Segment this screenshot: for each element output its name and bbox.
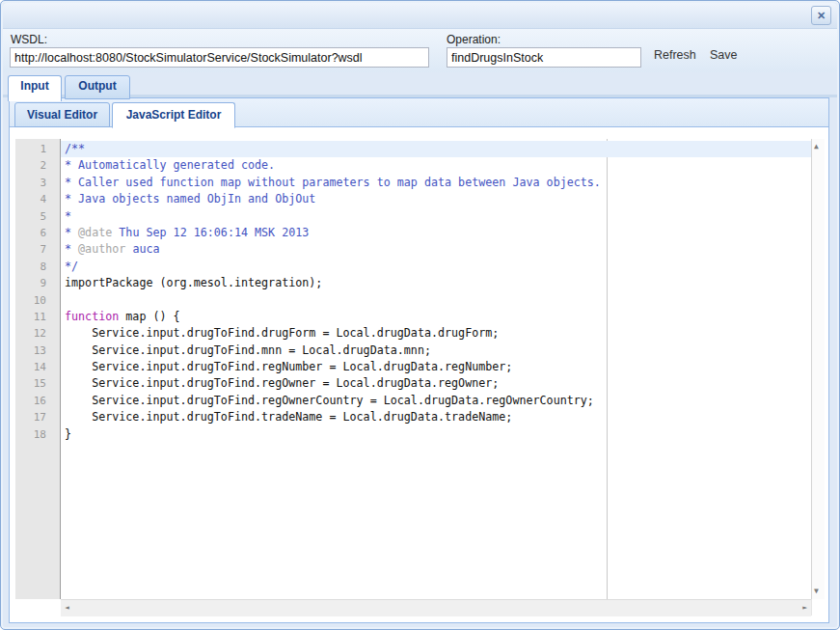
code-line[interactable]: * @author auca (61, 241, 817, 258)
line-number: 9 (15, 275, 60, 291)
operation-input[interactable] (447, 47, 641, 68)
code-line[interactable]: * Automatically generated code. (61, 157, 817, 174)
editor-tabbar: Visual Editor JavaScript Editor (10, 98, 828, 127)
code-line[interactable]: Service.input.drugToFind.regNumber = Loc… (61, 359, 817, 375)
code-line[interactable]: * @date Thu Sep 12 16:06:14 MSK 2013 (61, 225, 817, 241)
tab-output[interactable]: Output (65, 75, 130, 99)
code-line[interactable]: * Caller used function map without param… (61, 175, 817, 191)
close-icon: ✕ (817, 10, 826, 21)
line-number: 1 (15, 141, 60, 157)
line-number: 18 (15, 426, 60, 443)
scroll-down-icon[interactable]: ▼ (814, 588, 819, 595)
scroll-up-icon[interactable]: ▲ (814, 143, 819, 151)
line-number: 7 (15, 241, 60, 258)
scrollbar-corner (811, 599, 825, 616)
input-panel: Visual Editor JavaScript Editor 12345678… (9, 97, 829, 623)
line-number: 2 (15, 157, 60, 174)
code-line[interactable]: * (61, 208, 817, 225)
code-line[interactable]: Service.input.drugToFind.mnn = Local.dru… (61, 342, 817, 359)
wsdl-label: WSDL: (11, 33, 47, 46)
line-number: 4 (15, 191, 60, 207)
scroll-right-icon[interactable]: ► (802, 604, 807, 612)
scroll-left-icon[interactable]: ◄ (65, 604, 69, 612)
line-number: 12 (15, 325, 60, 342)
tab-input[interactable]: Input (8, 75, 62, 101)
close-button[interactable]: ✕ (811, 6, 831, 25)
code-line[interactable]: * Java objects named ObjIn and ObjOut (61, 191, 817, 207)
code-line[interactable]: } (61, 426, 817, 443)
code-line[interactable] (61, 292, 817, 309)
line-number: 13 (15, 342, 60, 359)
save-button[interactable]: Save (704, 45, 744, 65)
line-number: 8 (15, 259, 60, 275)
line-number: 17 (15, 409, 60, 425)
code-editor[interactable]: 123456789101112131415161718 /*** Automat… (14, 139, 825, 616)
code-line[interactable]: Service.input.drugToFind.drugForm = Loca… (61, 325, 817, 342)
operation-label: Operation: (447, 33, 501, 46)
line-number: 10 (15, 292, 60, 309)
code-line[interactable]: function map () { (61, 309, 817, 325)
horizontal-scrollbar[interactable]: ◄ ► (61, 599, 811, 616)
code-line[interactable]: Service.input.drugToFind.regOwner = Loca… (61, 375, 817, 392)
code-line[interactable]: */ (61, 259, 817, 275)
code-lines[interactable]: /*** Automatically generated code.* Call… (61, 141, 817, 443)
line-number: 5 (15, 208, 60, 225)
code-line[interactable]: Service.input.drugToFind.regOwnerCountry… (61, 393, 817, 409)
mapping-editor-window: ✕ WSDL: Operation: Refresh Save Input Ou… (0, 0, 840, 630)
tab-javascript-editor[interactable]: JavaScript Editor (112, 102, 235, 128)
window-titlebar: ✕ (3, 3, 837, 29)
refresh-button[interactable]: Refresh (648, 45, 702, 65)
line-number: 15 (15, 375, 60, 392)
vertical-scrollbar[interactable]: ▲ ▼ (811, 139, 825, 599)
tab-visual-editor[interactable]: Visual Editor (14, 102, 110, 127)
line-number: 11 (15, 309, 60, 325)
io-tabbar: Input Output (3, 75, 837, 97)
code-line[interactable]: /** (61, 141, 817, 157)
line-number: 16 (15, 393, 60, 409)
line-number: 14 (15, 359, 60, 375)
toolbar: WSDL: Operation: Refresh Save (3, 29, 837, 72)
code-line[interactable]: importPackage (org.mesol.integration); (61, 275, 817, 291)
line-numbers: 123456789101112131415161718 (15, 139, 61, 599)
wsdl-input[interactable] (10, 47, 429, 68)
line-number: 6 (15, 225, 60, 241)
line-number: 3 (15, 175, 60, 191)
code-line[interactable]: Service.input.drugToFind.tradeName = Loc… (61, 409, 817, 425)
